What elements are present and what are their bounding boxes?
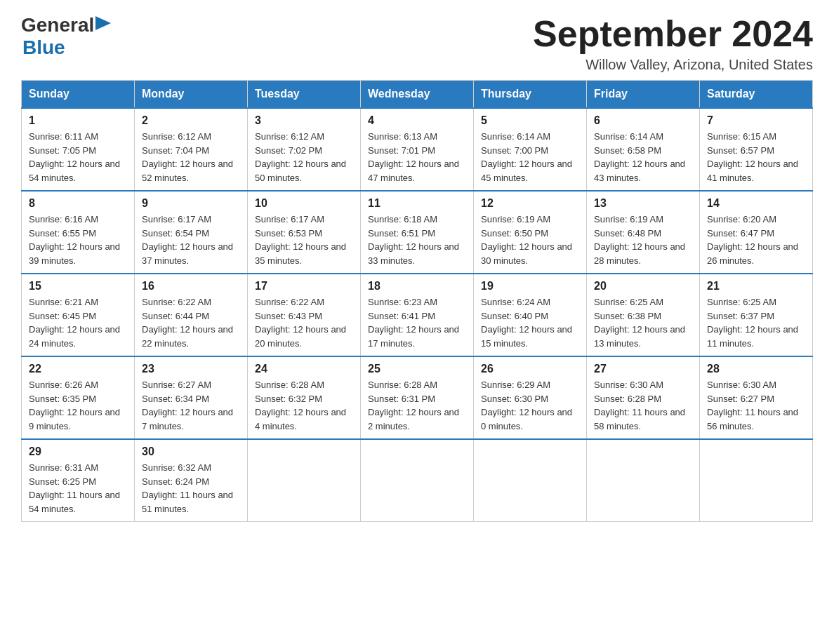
calendar-cell: 20Sunrise: 6:25 AMSunset: 6:38 PMDayligh… xyxy=(587,274,700,356)
logo: General Blue xyxy=(21,14,111,59)
calendar-cell xyxy=(248,439,361,522)
day-number: 2 xyxy=(142,114,240,127)
calendar-cell: 23Sunrise: 6:27 AMSunset: 6:34 PMDayligh… xyxy=(135,356,248,439)
day-number: 29 xyxy=(29,445,127,458)
calendar-cell: 21Sunrise: 6:25 AMSunset: 6:37 PMDayligh… xyxy=(700,274,813,356)
calendar-cell: 27Sunrise: 6:30 AMSunset: 6:28 PMDayligh… xyxy=(587,356,700,439)
calendar-cell: 19Sunrise: 6:24 AMSunset: 6:40 PMDayligh… xyxy=(474,274,587,356)
day-number: 12 xyxy=(481,197,579,210)
month-title: September 2024 xyxy=(533,14,813,54)
calendar-cell: 12Sunrise: 6:19 AMSunset: 6:50 PMDayligh… xyxy=(474,191,587,274)
weekday-header-sunday: Sunday xyxy=(22,81,135,109)
calendar-cell: 13Sunrise: 6:19 AMSunset: 6:48 PMDayligh… xyxy=(587,191,700,274)
weekday-header-saturday: Saturday xyxy=(700,81,813,109)
calendar-table: SundayMondayTuesdayWednesdayThursdayFrid… xyxy=(21,80,813,522)
day-number: 18 xyxy=(368,280,466,293)
day-number: 19 xyxy=(481,280,579,293)
day-info: Sunrise: 6:11 AMSunset: 7:05 PMDaylight:… xyxy=(29,130,127,185)
day-info: Sunrise: 6:13 AMSunset: 7:01 PMDaylight:… xyxy=(368,130,466,185)
day-info: Sunrise: 6:25 AMSunset: 6:37 PMDaylight:… xyxy=(707,295,805,350)
calendar-cell: 2Sunrise: 6:12 AMSunset: 7:04 PMDaylight… xyxy=(135,108,248,191)
day-info: Sunrise: 6:18 AMSunset: 6:51 PMDaylight:… xyxy=(368,213,466,267)
day-info: Sunrise: 6:30 AMSunset: 6:28 PMDaylight:… xyxy=(594,378,692,433)
calendar-cell: 22Sunrise: 6:26 AMSunset: 6:35 PMDayligh… xyxy=(22,356,135,439)
calendar-cell: 6Sunrise: 6:14 AMSunset: 6:58 PMDaylight… xyxy=(587,108,700,191)
calendar-cell: 4Sunrise: 6:13 AMSunset: 7:01 PMDaylight… xyxy=(361,108,474,191)
weekday-header-friday: Friday xyxy=(587,81,700,109)
day-info: Sunrise: 6:27 AMSunset: 6:34 PMDaylight:… xyxy=(142,378,240,433)
day-number: 21 xyxy=(707,280,805,293)
calendar-week-row: 15Sunrise: 6:21 AMSunset: 6:45 PMDayligh… xyxy=(22,274,813,356)
day-info: Sunrise: 6:22 AMSunset: 6:44 PMDaylight:… xyxy=(142,295,240,350)
day-number: 24 xyxy=(255,363,353,375)
day-number: 16 xyxy=(142,280,240,293)
calendar-cell: 3Sunrise: 6:12 AMSunset: 7:02 PMDaylight… xyxy=(248,108,361,191)
day-info: Sunrise: 6:32 AMSunset: 6:24 PMDaylight:… xyxy=(142,461,240,516)
calendar-cell: 9Sunrise: 6:17 AMSunset: 6:54 PMDaylight… xyxy=(135,191,248,274)
day-number: 14 xyxy=(707,197,805,210)
day-number: 17 xyxy=(255,280,353,293)
day-number: 23 xyxy=(142,363,240,375)
day-info: Sunrise: 6:22 AMSunset: 6:43 PMDaylight:… xyxy=(255,295,353,350)
day-number: 25 xyxy=(368,363,466,375)
day-number: 15 xyxy=(29,280,127,293)
calendar-cell: 15Sunrise: 6:21 AMSunset: 6:45 PMDayligh… xyxy=(22,274,135,356)
day-number: 10 xyxy=(255,197,353,210)
day-info: Sunrise: 6:26 AMSunset: 6:35 PMDaylight:… xyxy=(29,378,127,433)
day-info: Sunrise: 6:31 AMSunset: 6:25 PMDaylight:… xyxy=(29,461,127,516)
calendar-cell: 14Sunrise: 6:20 AMSunset: 6:47 PMDayligh… xyxy=(700,191,813,274)
day-number: 20 xyxy=(594,280,692,293)
day-info: Sunrise: 6:12 AMSunset: 7:04 PMDaylight:… xyxy=(142,130,240,185)
logo-text-blue: Blue xyxy=(22,36,65,58)
day-info: Sunrise: 6:17 AMSunset: 6:53 PMDaylight:… xyxy=(255,213,353,267)
calendar-week-row: 1Sunrise: 6:11 AMSunset: 7:05 PMDaylight… xyxy=(22,108,813,191)
logo-text-general: General xyxy=(21,14,94,36)
calendar-cell: 25Sunrise: 6:28 AMSunset: 6:31 PMDayligh… xyxy=(361,356,474,439)
day-info: Sunrise: 6:28 AMSunset: 6:32 PMDaylight:… xyxy=(255,378,353,433)
day-number: 4 xyxy=(368,114,466,127)
day-info: Sunrise: 6:23 AMSunset: 6:41 PMDaylight:… xyxy=(368,295,466,350)
day-info: Sunrise: 6:17 AMSunset: 6:54 PMDaylight:… xyxy=(142,213,240,267)
day-info: Sunrise: 6:14 AMSunset: 7:00 PMDaylight:… xyxy=(481,130,579,185)
day-info: Sunrise: 6:14 AMSunset: 6:58 PMDaylight:… xyxy=(594,130,692,185)
calendar-week-row: 29Sunrise: 6:31 AMSunset: 6:25 PMDayligh… xyxy=(22,439,813,522)
day-number: 26 xyxy=(481,363,579,375)
day-info: Sunrise: 6:19 AMSunset: 6:50 PMDaylight:… xyxy=(481,213,579,267)
day-info: Sunrise: 6:20 AMSunset: 6:47 PMDaylight:… xyxy=(707,213,805,267)
calendar-cell xyxy=(700,439,813,522)
calendar-cell: 28Sunrise: 6:30 AMSunset: 6:27 PMDayligh… xyxy=(700,356,813,439)
calendar-cell: 26Sunrise: 6:29 AMSunset: 6:30 PMDayligh… xyxy=(474,356,587,439)
weekday-header-tuesday: Tuesday xyxy=(248,81,361,109)
day-number: 30 xyxy=(142,445,240,458)
day-number: 27 xyxy=(594,363,692,375)
calendar-cell: 29Sunrise: 6:31 AMSunset: 6:25 PMDayligh… xyxy=(22,439,135,522)
day-number: 3 xyxy=(255,114,353,127)
location-subtitle: Willow Valley, Arizona, United States xyxy=(533,57,813,73)
calendar-cell: 7Sunrise: 6:15 AMSunset: 6:57 PMDaylight… xyxy=(700,108,813,191)
calendar-cell: 24Sunrise: 6:28 AMSunset: 6:32 PMDayligh… xyxy=(248,356,361,439)
day-info: Sunrise: 6:19 AMSunset: 6:48 PMDaylight:… xyxy=(594,213,692,267)
day-info: Sunrise: 6:21 AMSunset: 6:45 PMDaylight:… xyxy=(29,295,127,350)
day-number: 7 xyxy=(707,114,805,127)
day-info: Sunrise: 6:24 AMSunset: 6:40 PMDaylight:… xyxy=(481,295,579,350)
calendar-cell xyxy=(587,439,700,522)
calendar-cell: 5Sunrise: 6:14 AMSunset: 7:00 PMDaylight… xyxy=(474,108,587,191)
day-number: 22 xyxy=(29,363,127,375)
day-number: 6 xyxy=(594,114,692,127)
day-number: 9 xyxy=(142,197,240,210)
day-info: Sunrise: 6:29 AMSunset: 6:30 PMDaylight:… xyxy=(481,378,579,433)
day-number: 1 xyxy=(29,114,127,127)
day-info: Sunrise: 6:28 AMSunset: 6:31 PMDaylight:… xyxy=(368,378,466,433)
calendar-week-row: 22Sunrise: 6:26 AMSunset: 6:35 PMDayligh… xyxy=(22,356,813,439)
day-number: 8 xyxy=(29,197,127,210)
calendar-cell: 8Sunrise: 6:16 AMSunset: 6:55 PMDaylight… xyxy=(22,191,135,274)
day-info: Sunrise: 6:16 AMSunset: 6:55 PMDaylight:… xyxy=(29,213,127,267)
calendar-cell: 1Sunrise: 6:11 AMSunset: 7:05 PMDaylight… xyxy=(22,108,135,191)
calendar-header-row: SundayMondayTuesdayWednesdayThursdayFrid… xyxy=(22,81,813,109)
day-info: Sunrise: 6:12 AMSunset: 7:02 PMDaylight:… xyxy=(255,130,353,185)
calendar-cell: 30Sunrise: 6:32 AMSunset: 6:24 PMDayligh… xyxy=(135,439,248,522)
calendar-cell: 16Sunrise: 6:22 AMSunset: 6:44 PMDayligh… xyxy=(135,274,248,356)
calendar-cell: 17Sunrise: 6:22 AMSunset: 6:43 PMDayligh… xyxy=(248,274,361,356)
calendar-cell: 10Sunrise: 6:17 AMSunset: 6:53 PMDayligh… xyxy=(248,191,361,274)
calendar-week-row: 8Sunrise: 6:16 AMSunset: 6:55 PMDaylight… xyxy=(22,191,813,274)
